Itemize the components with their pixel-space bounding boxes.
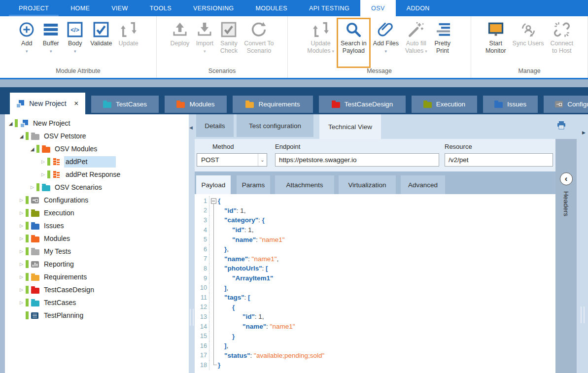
tree-item-testcasedesign[interactable]: ▷TestCaseDesign bbox=[5, 283, 189, 296]
workspace-tab-issues[interactable]: Issues bbox=[483, 96, 538, 113]
fold-toggle-icon[interactable] bbox=[209, 196, 218, 206]
tree-expander-icon[interactable]: ▷ bbox=[29, 185, 36, 190]
menu-versioning[interactable]: VERSIONING bbox=[182, 0, 245, 16]
headers-tab-label[interactable]: Headers bbox=[562, 191, 570, 216]
ribbon-button-label: Deploy bbox=[170, 40, 189, 47]
payload-editor[interactable]: 1{2"id": 1,3"category": {4"id": 1,5"name… bbox=[195, 194, 555, 373]
tree-item-addpet[interactable]: ▷addPet bbox=[5, 155, 189, 168]
tree-item-reporting[interactable]: ▷Reporting bbox=[5, 258, 189, 271]
chevron-down-icon[interactable]: ▾ bbox=[50, 49, 52, 54]
ribbon-button-label: StartMonitor bbox=[485, 40, 506, 55]
tree-expander-icon[interactable]: ◢ bbox=[29, 146, 36, 152]
collapse-left-icon[interactable]: ◀ bbox=[189, 125, 193, 130]
headers-side-panel[interactable]: ‹ Headers bbox=[555, 139, 577, 373]
scroll-right-icon[interactable]: ▶ bbox=[582, 130, 586, 135]
tree-expander-icon[interactable]: ◢ bbox=[18, 134, 25, 139]
workspace-tab-testcasedesign[interactable]: TestCaseDesign bbox=[319, 96, 406, 113]
menu-project[interactable]: PROJECT bbox=[8, 0, 60, 16]
left-edge-strip[interactable] bbox=[0, 114, 5, 373]
ribbon-convert-to-scenario-button: Convert ToScenario bbox=[241, 19, 277, 67]
tree-item-addpet-response[interactable]: ▷addPet Response bbox=[5, 168, 189, 181]
resource-input[interactable] bbox=[445, 153, 553, 167]
workspace-tab-testcases[interactable]: TestCases bbox=[91, 96, 159, 113]
swap-arrows-icon bbox=[312, 19, 330, 40]
tree-expander-icon[interactable]: ▷ bbox=[18, 223, 25, 228]
tree-item-osv-modules[interactable]: ◢OSV Modules bbox=[5, 142, 189, 155]
right-splitter[interactable] bbox=[577, 139, 588, 373]
method-select[interactable]: POST ⌄ bbox=[197, 153, 267, 167]
ribbon-body-button[interactable]: </>Body▾ bbox=[63, 19, 87, 67]
splitter-grip[interactable] bbox=[190, 309, 194, 326]
swap-arrows-icon bbox=[120, 19, 138, 40]
tree-expander-icon[interactable]: ▷ bbox=[18, 198, 25, 203]
tree-expander-icon[interactable]: ◢ bbox=[7, 121, 14, 126]
payload-tab-virtualization[interactable]: Virtualization bbox=[339, 175, 396, 194]
tree-item-configurations[interactable]: ▷Configurations bbox=[5, 194, 189, 206]
tree-item-new-project[interactable]: ◢New Project bbox=[5, 117, 189, 130]
menu-tools[interactable]: TOOLS bbox=[139, 0, 182, 16]
chevron-down-icon[interactable]: ▾ bbox=[204, 49, 206, 54]
ribbon-add-files-button[interactable]: Add Files▾ bbox=[370, 19, 402, 67]
workspace-tab-requirements[interactable]: Requirements bbox=[233, 96, 313, 113]
tree-expander-icon[interactable]: ▷ bbox=[18, 262, 25, 267]
tree-item-issues[interactable]: ▷Issues bbox=[5, 219, 189, 232]
tree-item-label: addPet Response bbox=[64, 169, 124, 180]
tree-item-requirements[interactable]: ▷Requirements bbox=[5, 271, 189, 283]
tree-splitter[interactable]: ◀ bbox=[189, 114, 195, 373]
ribbon-group-message: UpdateModules▾Search inPayloadAdd Files▾… bbox=[288, 16, 471, 78]
menu-api-testing[interactable]: API TESTING bbox=[298, 0, 360, 16]
detail-tab-details[interactable]: Details bbox=[196, 114, 234, 137]
payload-tab-params[interactable]: Params bbox=[237, 175, 270, 194]
tree-item-execution[interactable]: ▷Execution bbox=[5, 206, 189, 219]
endpoint-input[interactable] bbox=[275, 153, 439, 167]
tree-expander-icon[interactable]: ▷ bbox=[18, 249, 25, 254]
ribbon-pretty-print-button[interactable]: PrettyPrint bbox=[431, 19, 454, 67]
tree-item-osv-scenarios[interactable]: ▷OSV Scenarios bbox=[5, 181, 189, 194]
ribbon-toolbar: Add▾Buffer▾</>Body▾ValidateUpdateModule … bbox=[0, 16, 588, 79]
payload-tab-payload[interactable]: Payload bbox=[196, 175, 231, 194]
workspace-tab-modules[interactable]: Modules bbox=[165, 96, 227, 113]
menu-addon[interactable]: ADDON bbox=[396, 0, 441, 16]
chevron-down-icon[interactable]: ▾ bbox=[74, 49, 76, 54]
tree-expander-icon[interactable]: ▷ bbox=[18, 210, 25, 215]
editor-line: 4"id": 1, bbox=[195, 225, 555, 235]
green-bar-icon bbox=[26, 286, 29, 294]
pretty-print-lines-icon bbox=[434, 19, 451, 40]
payload-tab-advanced[interactable]: Advanced bbox=[401, 175, 445, 194]
splitter-grip[interactable] bbox=[581, 306, 584, 323]
tree-expander-icon[interactable]: ▷ bbox=[39, 159, 47, 164]
ribbon-add-button[interactable]: Add▾ bbox=[15, 19, 38, 67]
workspace-tab-execution[interactable]: Execution bbox=[412, 96, 477, 113]
ribbon-start-monitor-button[interactable]: StartMonitor bbox=[483, 19, 509, 67]
tree-item-osv-petstore[interactable]: ◢OSV Petstore bbox=[5, 130, 189, 142]
ribbon-validate-button[interactable]: Validate bbox=[87, 19, 115, 67]
tree-expander-icon[interactable]: ▷ bbox=[18, 287, 25, 292]
tree-item-testcases[interactable]: ▷TestCases bbox=[5, 296, 189, 309]
chevron-down-icon[interactable]: ▾ bbox=[26, 49, 28, 54]
chevron-left-icon[interactable]: ‹ bbox=[560, 172, 573, 185]
payload-tab-attachments[interactable]: Attachments bbox=[275, 175, 334, 194]
printer-icon[interactable] bbox=[556, 121, 566, 132]
tree-expander-icon[interactable]: ▷ bbox=[39, 172, 47, 177]
ribbon-search-in-payload-button[interactable]: Search inPayload bbox=[338, 19, 370, 67]
tree-item-testplanning[interactable]: TestPlanning bbox=[5, 309, 189, 322]
menu-view[interactable]: VIEW bbox=[101, 0, 139, 16]
menu-osv[interactable]: OSV bbox=[360, 0, 396, 16]
tree-expander-icon[interactable]: ▷ bbox=[18, 236, 25, 241]
fold-guide bbox=[209, 244, 218, 254]
tree-item-my-tests[interactable]: ▷My Tests bbox=[5, 245, 189, 258]
menu-modules[interactable]: MODULES bbox=[244, 0, 298, 16]
workspace-tab-new-project[interactable]: New Project✕ bbox=[10, 93, 85, 114]
tree-expander-icon[interactable]: ▷ bbox=[18, 300, 25, 305]
detail-tab-technical-view[interactable]: Technical View bbox=[319, 114, 381, 139]
tree-expander-icon[interactable]: ▷ bbox=[18, 274, 25, 279]
download-tray-icon bbox=[196, 19, 213, 40]
menu-home[interactable]: HOME bbox=[60, 0, 101, 16]
tree-item-modules[interactable]: ▷Modules bbox=[5, 232, 189, 245]
ribbon-buffer-button[interactable]: Buffer▾ bbox=[39, 19, 63, 67]
fold-guide bbox=[209, 235, 218, 244]
close-icon[interactable]: ✕ bbox=[74, 100, 79, 107]
workspace-tab-configura[interactable]: Configura bbox=[544, 96, 588, 113]
detail-tab-test-configuration[interactable]: Test configuration bbox=[237, 114, 313, 137]
chevron-down-icon[interactable]: ▾ bbox=[385, 49, 387, 54]
